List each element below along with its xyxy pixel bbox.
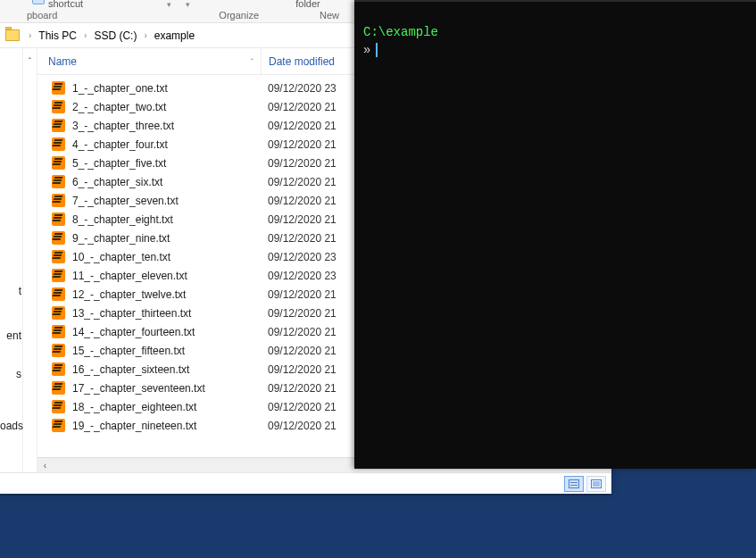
- view-large-icons-button[interactable]: [586, 476, 606, 492]
- file-name: 12_-_chapter_twelve.txt: [72, 288, 186, 301]
- sublime-file-icon: [52, 400, 65, 413]
- chevron-down-icon: ▾: [186, 0, 190, 9]
- sublime-file-icon: [52, 362, 65, 376]
- sort-indicator-icon: ˇ: [251, 57, 253, 66]
- new-folder-cmd[interactable]: folder: [290, 0, 326, 9]
- file-name: 13_-_chapter_thirteen.txt: [72, 307, 191, 320]
- sublime-file-icon: [52, 325, 65, 338]
- nav-item-fragment[interactable]: t: [0, 285, 21, 297]
- file-name: 16_-_chapter_sixteen.txt: [72, 363, 189, 376]
- chevron-right-icon: ›: [138, 30, 152, 40]
- file-name: 2_-_chapter_two.txt: [72, 101, 166, 113]
- breadcrumb-item[interactable]: SSD (C:): [92, 28, 138, 44]
- file-name: 19_-_chapter_nineteen.txt: [72, 420, 196, 432]
- chevron-right-icon: ›: [79, 30, 92, 40]
- nav-scroll-up[interactable]: ˆ: [23, 48, 37, 472]
- file-name: 11_-_chapter_eleven.txt: [72, 270, 187, 282]
- file-name: 10_-_chapter_ten.txt: [72, 251, 170, 263]
- sublime-file-icon: [52, 287, 65, 301]
- paste-shortcut-cmd[interactable]: Paste shortcut: [27, 0, 116, 9]
- chevron-right-icon: ›: [23, 30, 37, 40]
- column-header-name[interactable]: Name ˇ: [37, 55, 261, 68]
- sublime-file-icon: [52, 250, 65, 263]
- file-name: 7_-_chapter_seven.txt: [72, 195, 179, 207]
- file-name: 15_-_chapter_fifteen.txt: [72, 345, 185, 357]
- terminal-window[interactable]: C:\example »: [354, 0, 756, 469]
- chevron-up-icon: ˆ: [29, 57, 31, 67]
- file-name: 3_-_chapter_three.txt: [72, 120, 174, 132]
- sublime-file-icon: [52, 381, 65, 395]
- sublime-file-icon: [52, 231, 65, 245]
- sublime-file-icon: [52, 137, 65, 151]
- sublime-file-icon: [52, 100, 65, 113]
- file-name: 4_-_chapter_four.txt: [72, 138, 168, 151]
- paste-shortcut-icon: [32, 0, 45, 4]
- file-name: 8_-_chapter_eight.txt: [72, 213, 173, 226]
- ribbon-section-new: New: [311, 9, 348, 21]
- sublime-file-icon: [52, 194, 65, 207]
- folder-icon: [5, 29, 20, 41]
- breadcrumb-item[interactable]: This PC: [37, 28, 79, 44]
- terminal-prompt-symbol: »: [363, 43, 370, 57]
- nav-item-fragment[interactable]: oads: [0, 420, 21, 432]
- file-name: 1_-_chapter_one.txt: [72, 82, 168, 95]
- sublime-file-icon: [52, 269, 65, 282]
- sublime-file-icon: [52, 212, 65, 226]
- copy-to-cmd[interactable]: to ▾: [179, 0, 197, 9]
- terminal-prompt-line[interactable]: »: [363, 39, 747, 57]
- ribbon-section-organize: Organize: [210, 9, 268, 21]
- sublime-file-icon: [52, 81, 65, 95]
- ribbon-section-clipboard: pboard: [27, 9, 66, 21]
- sublime-file-icon: [52, 306, 65, 320]
- file-name: 17_-_chapter_seventeen.txt: [72, 382, 205, 395]
- sublime-file-icon: [52, 156, 65, 170]
- paste-shortcut-label: Paste shortcut: [48, 0, 111, 9]
- move-to-cmd[interactable]: to ▾: [160, 0, 179, 9]
- sublime-file-icon: [52, 119, 65, 132]
- file-name: 14_-_chapter_fourteen.txt: [72, 326, 195, 338]
- file-name: 9_-_chapter_nine.txt: [72, 232, 170, 245]
- nav-item-fragment[interactable]: s: [0, 368, 21, 380]
- terminal-titlebar-fragment: [354, 0, 756, 2]
- terminal-cwd: C:\example: [363, 5, 747, 39]
- breadcrumb-item[interactable]: example: [153, 28, 196, 44]
- file-name: 6_-_chapter_six.txt: [72, 176, 162, 188]
- file-name: 5_-_chapter_five.txt: [72, 157, 166, 170]
- file-name: 18_-_chapter_eighteen.txt: [72, 401, 196, 413]
- status-bar: [0, 472, 611, 494]
- terminal-cursor: [376, 43, 378, 57]
- view-details-button[interactable]: [564, 476, 584, 492]
- scroll-left-icon[interactable]: ‹: [37, 458, 53, 472]
- nav-pane-fragment[interactable]: tentsoadsConv: [0, 48, 23, 472]
- sublime-file-icon: [52, 175, 65, 188]
- sublime-file-icon: [52, 344, 65, 357]
- nav-item-fragment[interactable]: ent: [0, 329, 21, 342]
- chevron-down-icon: ▾: [167, 0, 171, 9]
- sublime-file-icon: [52, 419, 65, 432]
